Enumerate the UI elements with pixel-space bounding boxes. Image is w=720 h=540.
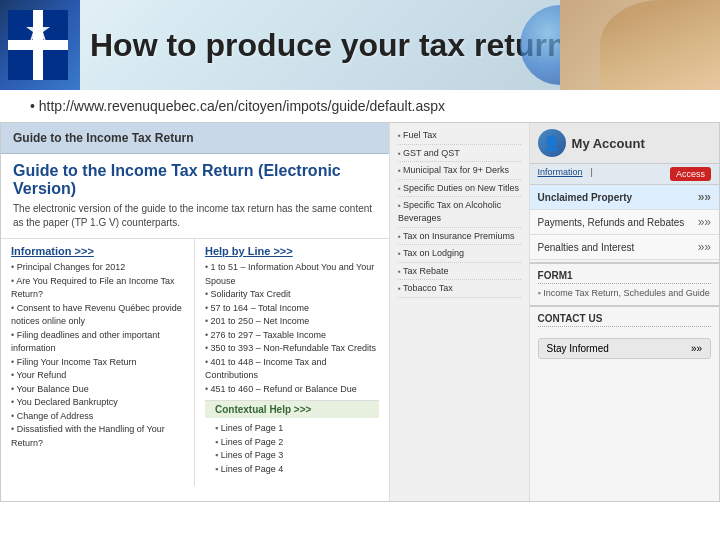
nav-item[interactable]: Tax on Lodging (398, 245, 521, 263)
nav-item[interactable]: GST and QST (398, 145, 521, 163)
list-item[interactable]: Your Balance Due (11, 383, 184, 397)
list-item[interactable]: Lines of Page 3 (215, 449, 369, 463)
help-link[interactable]: Help by Line >>> (205, 245, 379, 257)
list-item[interactable]: Filing deadlines and other important inf… (11, 329, 184, 356)
right-panel: 👤 My Account Information | Access Unclai… (530, 123, 719, 501)
svg-rect-2 (8, 40, 68, 50)
list-item[interactable]: 201 to 250 – Net Income (205, 315, 379, 329)
url-line: • http://www.revenuquebec.ca/en/citoyen/… (0, 90, 720, 122)
nav-item[interactable]: Specific Duties on New Titles (398, 180, 521, 198)
list-item[interactable]: Your Refund (11, 369, 184, 383)
help-list: 1 to 51 – Information About You and Your… (205, 261, 379, 396)
nav-item[interactable]: Tobacco Tax (398, 280, 521, 298)
flag-emblem (5, 5, 70, 85)
nav-item[interactable]: Specific Tax on Alcoholic Beverages (398, 197, 521, 227)
penalties-interest-label: Penalties and Interest (538, 242, 635, 253)
account-label: My Account (572, 136, 645, 151)
form1-header: FORM1 (538, 270, 711, 284)
list-item[interactable]: 1 to 51 – Information About You and Your… (205, 261, 379, 288)
contact-section: CONTACT US (530, 309, 719, 334)
penalties-interest-item[interactable]: Penalties and Interest »» (530, 235, 719, 260)
list-item[interactable]: 451 to 460 – Refund or Balance Due (205, 383, 379, 397)
list-item[interactable]: 401 to 448 – Income Tax and Contribution… (205, 356, 379, 383)
list-item[interactable]: Dissatisfied with the Handling of Your R… (11, 423, 184, 450)
header-banner: How to produce your tax return (0, 0, 720, 90)
list-item[interactable]: 276 to 297 – Taxable Income (205, 329, 379, 343)
chevron-right-icon: »» (698, 215, 711, 229)
contextual-list: Lines of Page 1 Lines of Page 2 Lines of… (205, 418, 379, 480)
list-item[interactable]: Lines of Page 1 (215, 422, 369, 436)
help-section: Help by Line >>> 1 to 51 – Information A… (195, 239, 389, 486)
info-list: Principal Changes for 2012 Are You Requi… (11, 261, 184, 450)
account-icon: 👤 (538, 129, 566, 157)
access-button[interactable]: Access (670, 167, 711, 181)
list-item[interactable]: 350 to 393 – Non-Refundable Tax Credits (205, 342, 379, 356)
guide-header: Guide to the Income Tax Return (1, 123, 389, 154)
url-text: • http://www.revenuquebec.ca/en/citoyen/… (30, 98, 445, 114)
list-item[interactable]: Change of Address (11, 410, 184, 424)
left-panel: Guide to the Income Tax Return Guide to … (1, 123, 390, 501)
separator-2 (530, 305, 719, 307)
list-item[interactable]: 57 to 164 – Total Income (205, 302, 379, 316)
list-item[interactable]: Filing Your Income Tax Return (11, 356, 184, 370)
chevron-right-icon: »» (698, 190, 711, 204)
contact-us-header: CONTACT US (538, 313, 711, 327)
info-access-row: Information | Access (530, 164, 719, 185)
list-item[interactable]: Are You Required to File an Income Tax R… (11, 275, 184, 302)
contextual-header[interactable]: Contextual Help >>> (205, 401, 379, 418)
separator (530, 262, 719, 264)
main-content: Guide to the Income Tax Return Guide to … (0, 122, 720, 502)
guide-description: The electronic version of the guide to t… (1, 202, 389, 238)
payments-refunds-item[interactable]: Payments, Refunds and Rebates »» (530, 210, 719, 235)
nav-item[interactable]: Municipal Tax for 9+ Derks (398, 162, 521, 180)
banner-right-image (560, 0, 720, 90)
unclaimed-property-item[interactable]: Unclaimed Property »» (530, 185, 719, 210)
contextual-section: Contextual Help >>> Lines of Page 1 Line… (205, 400, 379, 480)
chevron-right-icon: »» (698, 240, 711, 254)
nav-item[interactable]: Tax on Insurance Premiums (398, 228, 521, 246)
nav-item[interactable]: Tax Rebate (398, 263, 521, 281)
info-link[interactable]: Information >>> (11, 245, 184, 257)
nav-item[interactable]: Fuel Tax (398, 127, 521, 145)
page-title: How to produce your tax return (90, 27, 566, 64)
info-section: Information >>> Principal Changes for 20… (1, 239, 195, 486)
unclaimed-property-label: Unclaimed Property (538, 192, 632, 203)
sections-row: Information >>> Principal Changes for 20… (1, 238, 389, 486)
list-item[interactable]: Consent to have Revenu Québec provide no… (11, 302, 184, 329)
list-item[interactable]: You Declared Bankruptcy (11, 396, 184, 410)
list-item[interactable]: Solidarity Tax Credit (205, 288, 379, 302)
payments-refunds-label: Payments, Refunds and Rebates (538, 217, 685, 228)
chevron-right-icon: »» (691, 343, 702, 354)
stay-informed-button[interactable]: Stay Informed »» (538, 338, 711, 359)
guide-title: Guide to the Income Tax Return (Electron… (1, 154, 389, 202)
nav-list: Fuel Tax GST and QST Municipal Tax for 9… (398, 127, 521, 298)
list-item[interactable]: Lines of Page 2 (215, 436, 369, 450)
my-account-header: 👤 My Account (530, 123, 719, 164)
info-tab[interactable]: Information (538, 167, 583, 181)
income-tax-item[interactable]: Income Tax Return, Schedules and Guide (538, 287, 711, 299)
list-item[interactable]: Lines of Page 4 (215, 463, 369, 477)
list-item[interactable]: Principal Changes for 2012 (11, 261, 184, 275)
form-section: FORM1 Income Tax Return, Schedules and G… (530, 266, 719, 303)
middle-panel: Fuel Tax GST and QST Municipal Tax for 9… (390, 123, 530, 501)
stay-informed-label: Stay Informed (547, 343, 609, 354)
